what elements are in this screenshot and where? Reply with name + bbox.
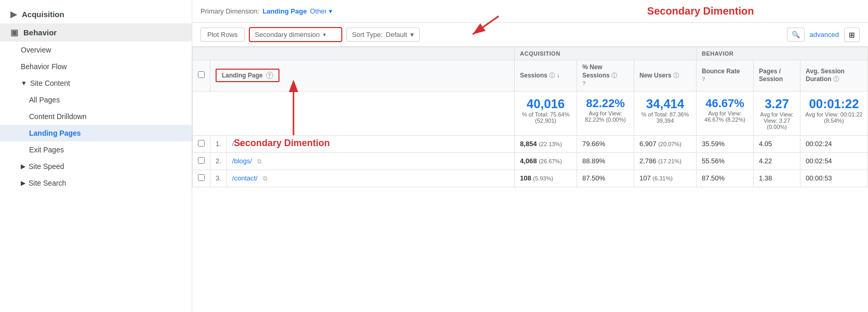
sidebar-acquisition-label: Acquisition bbox=[22, 10, 64, 19]
select-all-checkbox[interactable] bbox=[198, 71, 205, 78]
new-sessions-sub-icon: ? bbox=[582, 80, 586, 86]
sidebar-item-exit-pages[interactable]: Exit Pages bbox=[0, 141, 192, 158]
row3-new-users: 107 (6.31%) bbox=[634, 170, 697, 187]
landing-page-help-icon: ? bbox=[266, 72, 273, 79]
sidebar-item-landing-pages[interactable]: Landing Pages bbox=[0, 125, 192, 141]
primary-dim-landing-page[interactable]: Landing Page bbox=[262, 7, 306, 15]
sidebar-behavior-label: Behavior bbox=[23, 28, 57, 37]
row2-copy-icon[interactable]: ⧉ bbox=[257, 158, 262, 165]
total-new-sessions: 82.22% Avg for View: 82.22% (0.00%) bbox=[577, 91, 634, 135]
total-new-users-value: 34,414 bbox=[638, 97, 692, 111]
content-drilldown-label: Content Drilldown bbox=[29, 112, 87, 121]
total-avg-value: 00:01:22 bbox=[805, 97, 863, 111]
bounce-rate-help-icon: ? bbox=[702, 76, 705, 82]
collapsed-arrow2-icon: ▶ bbox=[21, 179, 25, 187]
row3-checkbox-cell bbox=[193, 170, 210, 187]
row2-new-users-value: 2,786 bbox=[639, 157, 657, 165]
row1-sessions-pct: (22.13%) bbox=[539, 141, 562, 147]
sidebar-item-all-pages[interactable]: All Pages bbox=[0, 92, 192, 108]
row3-page-link[interactable]: /contact/ bbox=[232, 174, 258, 182]
row3-checkbox[interactable] bbox=[198, 174, 205, 181]
search-box[interactable]: 🔍 bbox=[787, 28, 805, 42]
sort-arrow-icon: ▾ bbox=[410, 31, 414, 38]
total-sessions-pct: % of Total: 75.64% (52,901) bbox=[519, 111, 572, 124]
primary-dim-other[interactable]: Other ▾ bbox=[310, 7, 332, 15]
row3-bounce: 87.50% bbox=[697, 170, 754, 187]
new-sessions-label: % New Sessions bbox=[582, 63, 610, 79]
row1-new-users-value: 6,907 bbox=[639, 140, 657, 148]
row1-checkbox[interactable] bbox=[198, 140, 205, 147]
total-row: 40,016 % of Total: 75.64% (52,901) 82.22… bbox=[193, 91, 868, 135]
row1-new-users: 6,907 (20.07%) bbox=[634, 135, 697, 152]
secondary-dimention-bottom-label: Secondary Dimention bbox=[234, 138, 330, 149]
table-wrapper: Secondary Dimention Acquisition Behavior bbox=[192, 47, 868, 187]
grid-view-button[interactable]: ⊞ bbox=[844, 28, 860, 42]
landing-pages-label: Landing Pages bbox=[29, 129, 81, 137]
table-row: 2. /blogs/ ⧉ 4,068 (26.67%) 88.89% 2,786 bbox=[193, 152, 868, 170]
acquisition-group-header: Acquisition bbox=[515, 47, 697, 60]
row3-copy-icon[interactable]: ⧉ bbox=[263, 175, 268, 182]
sort-type-box[interactable]: Sort Type: Default ▾ bbox=[346, 28, 420, 42]
row2-new-sessions: 88.89% bbox=[577, 152, 634, 170]
new-users-label: New Users bbox=[639, 72, 671, 79]
total-new-users-pct: % of Total: 87.36% 39,394 bbox=[638, 111, 692, 124]
new-users-help-icon: ⓘ bbox=[673, 72, 679, 79]
row1-bounce: 35.59% bbox=[697, 135, 754, 152]
expand-arrow-icon: ▼ bbox=[21, 80, 27, 87]
avg-session-help-icon: ⓘ bbox=[833, 76, 839, 82]
table-row: 3. /contact/ ⧉ 108 (5.93%) 87.50% 107 ( bbox=[193, 170, 868, 187]
row1-checkbox-cell bbox=[193, 135, 210, 152]
total-bounce-value: 46.67% bbox=[701, 97, 749, 110]
sidebar-item-site-content[interactable]: ▼ Site Content bbox=[0, 75, 192, 92]
site-search-label: Site Search bbox=[29, 179, 66, 187]
row3-num: 3. bbox=[210, 170, 227, 187]
total-empty bbox=[193, 91, 515, 135]
row1-sessions-value: 8,854 bbox=[520, 140, 537, 148]
empty-header bbox=[193, 47, 515, 60]
grid-icon: ⊞ bbox=[849, 31, 855, 39]
sidebar-item-behavior[interactable]: ▣ Behavior bbox=[0, 23, 192, 42]
new-sessions-header: % New Sessions ⓘ ? bbox=[577, 60, 634, 92]
sidebar-item-behavior-flow[interactable]: Behavior Flow bbox=[0, 58, 192, 75]
total-new-sessions-sub: Avg for View: 82.22% (0.00%) bbox=[581, 110, 630, 123]
sidebar-item-content-drilldown[interactable]: Content Drilldown bbox=[0, 108, 192, 125]
total-avg-sub: Avg for View: 00:01:22 (8.54%) bbox=[805, 111, 863, 124]
collapsed-arrow-icon: ▶ bbox=[21, 163, 25, 170]
row1-new-sessions: 79.66% bbox=[577, 135, 634, 152]
total-pages-sub: Avg for View: View: 3.27 (0.00%) bbox=[758, 111, 796, 130]
advanced-link[interactable]: advanced bbox=[810, 31, 839, 38]
pages-session-header: Pages / Session bbox=[754, 60, 800, 92]
row2-page-link[interactable]: /blogs/ bbox=[232, 157, 252, 165]
toolbar: Plot Rows Secondary dimension ▾ Sort Typ… bbox=[192, 23, 868, 47]
sessions-help-icon: ⓘ bbox=[549, 72, 555, 79]
row2-checkbox[interactable] bbox=[198, 157, 205, 164]
sidebar-item-site-search[interactable]: ▶ Site Search bbox=[0, 175, 192, 191]
behavior-icon: ▣ bbox=[10, 28, 18, 37]
bounce-rate-header: Bounce Rate ? bbox=[697, 60, 754, 92]
column-header-row: Landing Page ? Sessions ⓘ ↓ % New Sessio… bbox=[193, 60, 868, 92]
row3-new-sessions: 87.50% bbox=[577, 170, 634, 187]
exit-pages-label: Exit Pages bbox=[29, 146, 64, 154]
sidebar: ▶ Acquisition ▣ Behavior Overview Behavi… bbox=[0, 0, 192, 312]
row2-sessions-value: 4,068 bbox=[520, 157, 537, 165]
behavior-group-header: Behavior bbox=[697, 47, 868, 60]
row3-avg: 00:00:53 bbox=[800, 170, 868, 187]
secondary-dimension-dropdown[interactable]: Secondary dimension ▾ bbox=[249, 27, 342, 42]
sidebar-item-site-speed[interactable]: ▶ Site Speed bbox=[0, 158, 192, 175]
avg-session-header: Avg. Session Duration ⓘ bbox=[800, 60, 868, 92]
sidebar-item-overview[interactable]: Overview bbox=[0, 42, 192, 58]
row1-avg: 00:02:24 bbox=[800, 135, 868, 152]
row3-sessions-value: 108 bbox=[520, 174, 531, 182]
sidebar-item-acquisition[interactable]: ▶ Acquisition bbox=[0, 5, 192, 23]
row3-new-users-pct: (6.31%) bbox=[652, 175, 673, 181]
plot-rows-button[interactable]: Plot Rows bbox=[201, 28, 245, 42]
dropdown-arrow-icon: ▾ bbox=[323, 32, 326, 37]
row3-sessions: 108 (5.93%) bbox=[515, 170, 577, 187]
secondary-dim-text: Secondary dimension bbox=[255, 31, 320, 38]
landing-page-header: Landing Page ? bbox=[210, 60, 515, 92]
sessions-sort-icon[interactable]: ↓ bbox=[556, 72, 559, 79]
row2-pages: 4.22 bbox=[754, 152, 800, 170]
row2-avg: 00:02:54 bbox=[800, 152, 868, 170]
total-new-users: 34,414 % of Total: 87.36% 39,394 bbox=[634, 91, 697, 135]
row2-bounce: 55.56% bbox=[697, 152, 754, 170]
